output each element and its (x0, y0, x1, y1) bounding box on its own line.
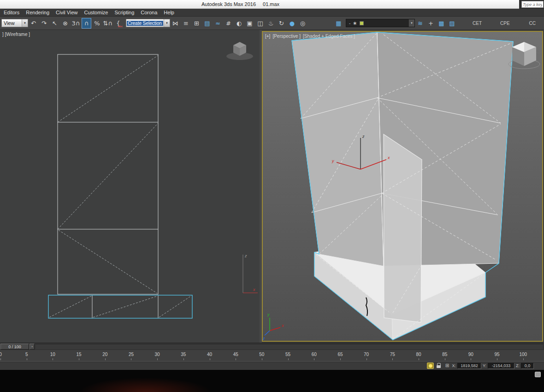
frame-tick: 60 (311, 350, 317, 361)
frame-tick: 25 (128, 350, 134, 361)
menu-rendering[interactable]: Rendering (23, 9, 53, 16)
frame-tick: 100 (520, 350, 526, 361)
add-state-icon[interactable]: + (426, 18, 436, 29)
frame-tick: 30 (154, 350, 160, 361)
frame-tick: 75 (389, 350, 396, 361)
frame-tick: 20 (102, 350, 108, 361)
time-slider-handle[interactable]: 0 / 100 (0, 344, 29, 350)
window-title: Autodesk 3ds Max 2016 01.max (201, 1, 279, 7)
modeling-ribbon-icon[interactable]: ▦ (334, 18, 343, 29)
menu-corona[interactable]: Corona (137, 9, 160, 16)
menu-civil-view[interactable]: Civil View (53, 9, 81, 16)
toolbar-button-cc[interactable]: CC (527, 19, 538, 28)
state-sets-icon[interactable]: ≋ (415, 18, 425, 29)
search-input[interactable] (521, 1, 544, 8)
frame-tick: 50 (259, 350, 265, 361)
toolbar-button-cpe[interactable]: CPE (498, 19, 512, 28)
status-bar: ● ⊞ X: 1819,582 Y: -2154,033 Z: 0,0 (0, 362, 544, 369)
z-label: Z: (516, 363, 520, 368)
track-bar[interactable]: 0510152025303540455055606570758085909510… (0, 350, 544, 362)
color-swatch (360, 21, 364, 25)
svg-text:y: y (267, 312, 270, 317)
svg-text:x: x (281, 323, 284, 328)
viewport-layout-dropdown[interactable]: View ▼ (1, 19, 28, 27)
toolbar-group-left: ↶ ↷ ↖ ⊗ 3∩ (28, 18, 124, 29)
material-editor-icon[interactable]: ◐ (234, 18, 244, 29)
svg-text:x: x (387, 155, 390, 160)
viewport-menu-button[interactable]: [+] (265, 34, 270, 39)
snaps-toggle-icon[interactable]: ∩ (82, 18, 91, 29)
frame-tick: 95 (494, 350, 500, 361)
wireframe-model (48, 54, 192, 318)
selection-lock-icon[interactable] (435, 362, 442, 369)
3dsmax-window: Autodesk 3ds Max 2016 01.max EditorsRend… (0, 0, 544, 392)
time-slider-track[interactable] (35, 344, 543, 349)
viewport-pov-label[interactable]: [Perspective ] (272, 34, 301, 39)
render-iterative-icon[interactable]: ↻ (277, 18, 286, 29)
rendered-frame-icon[interactable]: ◫ (255, 18, 265, 29)
align-icon[interactable]: ≡ (181, 18, 191, 29)
tray-icon[interactable] (535, 372, 541, 377)
keyboard-override-icon[interactable]: { abc (113, 18, 123, 29)
chevron-down-icon: ▼ (408, 19, 414, 27)
svg-text:y: y (331, 159, 334, 163)
percent-snap-icon[interactable]: % (92, 18, 102, 29)
toolbar-group-right: ≋ + ▩ ▨ (415, 18, 457, 29)
frame-tick: 90 (467, 350, 474, 361)
viewport-area: ] [Wireframe ] (0, 30, 544, 343)
viewcube-icon[interactable] (509, 42, 540, 69)
layer-manager-icon[interactable]: ⊞ (192, 18, 201, 29)
main-toolbar: View ▼ ↶ ↷ ↖ ⊗ (0, 17, 544, 30)
z-coordinate-field[interactable]: 0,0 (521, 363, 534, 369)
time-slider: 0 / 100 › (0, 343, 544, 350)
unlink-selection-icon[interactable]: ⊗ (60, 18, 70, 29)
star-icon: ∗ (353, 20, 357, 26)
y-coordinate-field[interactable]: -2154,033 (488, 363, 514, 369)
frame-tick: 15 (76, 350, 82, 361)
toolbar-group-mid: ⋈ ≡ ⊞ ▤ ≈ # (170, 18, 308, 29)
perspective-viewport-canvas[interactable]: z x y y x z (263, 32, 542, 341)
toolbar-button-cet[interactable]: CET (470, 19, 484, 28)
edit-state-icon[interactable]: ▩ (437, 18, 446, 29)
next-frame-button[interactable]: › (30, 344, 35, 350)
menu-editors[interactable]: Editors (0, 9, 23, 16)
isolate-selection-icon[interactable]: ● (427, 362, 434, 369)
svg-text:z: z (362, 134, 365, 139)
svg-text:z: z (244, 254, 247, 258)
infocenter-search (519, 0, 544, 9)
front-viewport-canvas[interactable]: z x (0, 30, 260, 343)
render-setup-icon[interactable]: ▣ (245, 18, 254, 29)
state-sets-dropdown[interactable]: - ∗ ▼ (346, 19, 415, 27)
viewport-shading-label[interactable]: [Shaded + Edged Faces ] (303, 34, 355, 39)
select-and-link-icon[interactable]: ↖ (50, 18, 59, 29)
front-viewport[interactable]: ] [Wireframe ] (0, 30, 260, 343)
frame-tick: 5 (24, 350, 30, 361)
frame-tick: 55 (285, 350, 291, 361)
curve-editor-icon[interactable]: ≈ (213, 18, 223, 29)
menu-customize[interactable]: Customize (81, 9, 112, 16)
svg-text:z: z (263, 336, 265, 341)
named-selection-dropdown[interactable]: Create Selection Se ▼ (126, 19, 170, 27)
mirror-icon[interactable]: ⋈ (171, 18, 180, 29)
axis-tripod: z x (243, 254, 258, 293)
menu-scripting[interactable]: Scripting (111, 9, 137, 16)
x-coordinate-field[interactable]: 1819,582 (457, 363, 481, 369)
graphite-ribbon-icon[interactable]: ▤ (202, 18, 212, 29)
redo-icon[interactable]: ↷ (39, 18, 49, 29)
viewport-shading-label[interactable]: ] [Wireframe ] (2, 32, 30, 37)
snaps-toggle-3d-icon[interactable]: 3∩ (71, 18, 81, 29)
corona-interactive-icon[interactable]: ● (287, 18, 297, 29)
file-name: 01.max (263, 1, 279, 7)
schematic-view-icon[interactable]: # (224, 18, 233, 29)
absolute-mode-icon[interactable]: ⊞ (443, 362, 450, 369)
render-last-icon[interactable]: ◎ (298, 18, 307, 29)
spinner-snap-icon[interactable]: ⇅∩ (103, 18, 112, 29)
render-production-icon[interactable]: ♨ (266, 18, 276, 29)
y-label: Y: (483, 363, 486, 368)
viewcube-icon[interactable] (226, 42, 253, 60)
menu-help[interactable]: Help (160, 9, 177, 16)
app-title: Autodesk 3ds Max 2016 (201, 1, 256, 7)
perspective-viewport[interactable]: [+] [Perspective ] [Shaded + Edged Faces… (262, 31, 543, 342)
undo-icon[interactable]: ↶ (29, 18, 38, 29)
render-elements-icon[interactable]: ▨ (447, 18, 457, 29)
